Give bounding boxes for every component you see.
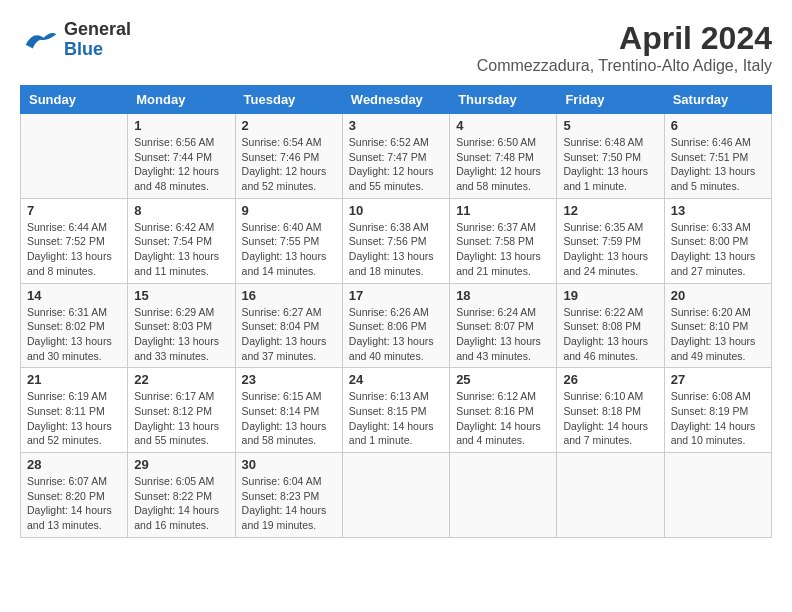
calendar-cell: 28Sunrise: 6:07 AM Sunset: 8:20 PM Dayli… [21, 453, 128, 538]
calendar-table: Sunday Monday Tuesday Wednesday Thursday… [20, 85, 772, 538]
day-info: Sunrise: 6:17 AM Sunset: 8:12 PM Dayligh… [134, 389, 228, 448]
day-info: Sunrise: 6:07 AM Sunset: 8:20 PM Dayligh… [27, 474, 121, 533]
day-number: 30 [242, 457, 336, 472]
day-number: 9 [242, 203, 336, 218]
calendar-cell: 14Sunrise: 6:31 AM Sunset: 8:02 PM Dayli… [21, 283, 128, 368]
day-number: 12 [563, 203, 657, 218]
day-number: 10 [349, 203, 443, 218]
calendar-cell: 2Sunrise: 6:54 AM Sunset: 7:46 PM Daylig… [235, 114, 342, 199]
calendar-cell: 21Sunrise: 6:19 AM Sunset: 8:11 PM Dayli… [21, 368, 128, 453]
calendar-cell: 9Sunrise: 6:40 AM Sunset: 7:55 PM Daylig… [235, 198, 342, 283]
day-info: Sunrise: 6:13 AM Sunset: 8:15 PM Dayligh… [349, 389, 443, 448]
logo-text: General Blue [64, 20, 131, 60]
calendar-cell: 3Sunrise: 6:52 AM Sunset: 7:47 PM Daylig… [342, 114, 449, 199]
day-info: Sunrise: 6:44 AM Sunset: 7:52 PM Dayligh… [27, 220, 121, 279]
calendar-cell: 17Sunrise: 6:26 AM Sunset: 8:06 PM Dayli… [342, 283, 449, 368]
day-info: Sunrise: 6:05 AM Sunset: 8:22 PM Dayligh… [134, 474, 228, 533]
logo: General Blue [20, 20, 131, 60]
day-info: Sunrise: 6:52 AM Sunset: 7:47 PM Dayligh… [349, 135, 443, 194]
day-info: Sunrise: 6:19 AM Sunset: 8:11 PM Dayligh… [27, 389, 121, 448]
calendar-cell: 16Sunrise: 6:27 AM Sunset: 8:04 PM Dayli… [235, 283, 342, 368]
calendar-cell: 4Sunrise: 6:50 AM Sunset: 7:48 PM Daylig… [450, 114, 557, 199]
day-info: Sunrise: 6:04 AM Sunset: 8:23 PM Dayligh… [242, 474, 336, 533]
day-info: Sunrise: 6:38 AM Sunset: 7:56 PM Dayligh… [349, 220, 443, 279]
calendar-cell: 27Sunrise: 6:08 AM Sunset: 8:19 PM Dayli… [664, 368, 771, 453]
day-number: 23 [242, 372, 336, 387]
day-number: 19 [563, 288, 657, 303]
day-info: Sunrise: 6:54 AM Sunset: 7:46 PM Dayligh… [242, 135, 336, 194]
calendar-cell: 20Sunrise: 6:20 AM Sunset: 8:10 PM Dayli… [664, 283, 771, 368]
day-number: 25 [456, 372, 550, 387]
calendar-cell [450, 453, 557, 538]
calendar-cell: 29Sunrise: 6:05 AM Sunset: 8:22 PM Dayli… [128, 453, 235, 538]
day-number: 24 [349, 372, 443, 387]
calendar-cell: 18Sunrise: 6:24 AM Sunset: 8:07 PM Dayli… [450, 283, 557, 368]
col-wednesday: Wednesday [342, 86, 449, 114]
calendar-cell: 15Sunrise: 6:29 AM Sunset: 8:03 PM Dayli… [128, 283, 235, 368]
day-number: 16 [242, 288, 336, 303]
day-number: 4 [456, 118, 550, 133]
day-info: Sunrise: 6:10 AM Sunset: 8:18 PM Dayligh… [563, 389, 657, 448]
week-row-1: 1Sunrise: 6:56 AM Sunset: 7:44 PM Daylig… [21, 114, 772, 199]
day-number: 7 [27, 203, 121, 218]
day-info: Sunrise: 6:20 AM Sunset: 8:10 PM Dayligh… [671, 305, 765, 364]
day-info: Sunrise: 6:35 AM Sunset: 7:59 PM Dayligh… [563, 220, 657, 279]
day-number: 15 [134, 288, 228, 303]
day-info: Sunrise: 6:50 AM Sunset: 7:48 PM Dayligh… [456, 135, 550, 194]
day-info: Sunrise: 6:27 AM Sunset: 8:04 PM Dayligh… [242, 305, 336, 364]
day-info: Sunrise: 6:26 AM Sunset: 8:06 PM Dayligh… [349, 305, 443, 364]
calendar-cell: 23Sunrise: 6:15 AM Sunset: 8:14 PM Dayli… [235, 368, 342, 453]
calendar-cell: 1Sunrise: 6:56 AM Sunset: 7:44 PM Daylig… [128, 114, 235, 199]
calendar-cell: 13Sunrise: 6:33 AM Sunset: 8:00 PM Dayli… [664, 198, 771, 283]
calendar-cell: 11Sunrise: 6:37 AM Sunset: 7:58 PM Dayli… [450, 198, 557, 283]
week-row-2: 7Sunrise: 6:44 AM Sunset: 7:52 PM Daylig… [21, 198, 772, 283]
day-info: Sunrise: 6:33 AM Sunset: 8:00 PM Dayligh… [671, 220, 765, 279]
calendar-cell: 22Sunrise: 6:17 AM Sunset: 8:12 PM Dayli… [128, 368, 235, 453]
col-monday: Monday [128, 86, 235, 114]
col-thursday: Thursday [450, 86, 557, 114]
day-number: 3 [349, 118, 443, 133]
calendar-cell: 26Sunrise: 6:10 AM Sunset: 8:18 PM Dayli… [557, 368, 664, 453]
day-number: 21 [27, 372, 121, 387]
day-info: Sunrise: 6:48 AM Sunset: 7:50 PM Dayligh… [563, 135, 657, 194]
week-row-3: 14Sunrise: 6:31 AM Sunset: 8:02 PM Dayli… [21, 283, 772, 368]
day-info: Sunrise: 6:29 AM Sunset: 8:03 PM Dayligh… [134, 305, 228, 364]
calendar-cell [21, 114, 128, 199]
day-info: Sunrise: 6:42 AM Sunset: 7:54 PM Dayligh… [134, 220, 228, 279]
day-info: Sunrise: 6:08 AM Sunset: 8:19 PM Dayligh… [671, 389, 765, 448]
day-number: 17 [349, 288, 443, 303]
day-number: 1 [134, 118, 228, 133]
calendar-cell: 12Sunrise: 6:35 AM Sunset: 7:59 PM Dayli… [557, 198, 664, 283]
day-number: 29 [134, 457, 228, 472]
day-number: 27 [671, 372, 765, 387]
calendar-cell: 8Sunrise: 6:42 AM Sunset: 7:54 PM Daylig… [128, 198, 235, 283]
week-row-4: 21Sunrise: 6:19 AM Sunset: 8:11 PM Dayli… [21, 368, 772, 453]
week-row-5: 28Sunrise: 6:07 AM Sunset: 8:20 PM Dayli… [21, 453, 772, 538]
calendar-cell: 30Sunrise: 6:04 AM Sunset: 8:23 PM Dayli… [235, 453, 342, 538]
day-info: Sunrise: 6:31 AM Sunset: 8:02 PM Dayligh… [27, 305, 121, 364]
day-number: 6 [671, 118, 765, 133]
day-number: 8 [134, 203, 228, 218]
page-title: April 2024 [477, 20, 772, 57]
calendar-cell: 19Sunrise: 6:22 AM Sunset: 8:08 PM Dayli… [557, 283, 664, 368]
day-number: 11 [456, 203, 550, 218]
col-tuesday: Tuesday [235, 86, 342, 114]
day-number: 5 [563, 118, 657, 133]
day-info: Sunrise: 6:12 AM Sunset: 8:16 PM Dayligh… [456, 389, 550, 448]
calendar-cell [664, 453, 771, 538]
col-friday: Friday [557, 86, 664, 114]
day-number: 22 [134, 372, 228, 387]
day-info: Sunrise: 6:22 AM Sunset: 8:08 PM Dayligh… [563, 305, 657, 364]
calendar-cell: 25Sunrise: 6:12 AM Sunset: 8:16 PM Dayli… [450, 368, 557, 453]
day-number: 13 [671, 203, 765, 218]
col-sunday: Sunday [21, 86, 128, 114]
day-number: 18 [456, 288, 550, 303]
day-info: Sunrise: 6:40 AM Sunset: 7:55 PM Dayligh… [242, 220, 336, 279]
col-saturday: Saturday [664, 86, 771, 114]
calendar-cell [342, 453, 449, 538]
day-info: Sunrise: 6:46 AM Sunset: 7:51 PM Dayligh… [671, 135, 765, 194]
calendar-cell: 6Sunrise: 6:46 AM Sunset: 7:51 PM Daylig… [664, 114, 771, 199]
calendar-cell: 24Sunrise: 6:13 AM Sunset: 8:15 PM Dayli… [342, 368, 449, 453]
day-info: Sunrise: 6:37 AM Sunset: 7:58 PM Dayligh… [456, 220, 550, 279]
day-info: Sunrise: 6:24 AM Sunset: 8:07 PM Dayligh… [456, 305, 550, 364]
